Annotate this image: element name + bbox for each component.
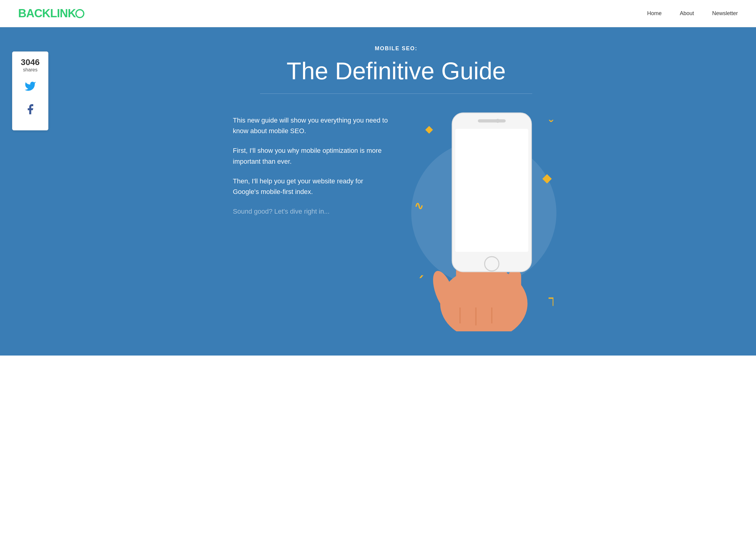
header: BACKLINK Home About Newsletter bbox=[0, 0, 756, 27]
share-count: 3046 bbox=[15, 58, 45, 67]
deco-curl-topright: ˇ bbox=[549, 118, 553, 132]
deco-curl-bottomleft: ˊ bbox=[417, 274, 424, 289]
svg-rect-4 bbox=[508, 270, 521, 312]
logo-o-circle bbox=[75, 9, 84, 18]
hero-paragraph-2: First, I'll show you why mobile optimiza… bbox=[233, 145, 390, 166]
facebook-share-button[interactable] bbox=[21, 101, 40, 120]
hero-paragraph-1: This new guide will show you everything … bbox=[233, 115, 390, 136]
hero-section: 3046 shares MOBILE SEO: The Definitive G… bbox=[0, 27, 756, 356]
hero-subtitle: MOBILE SEO: bbox=[233, 45, 559, 52]
phone-illustration-wrapper: ˇ ∿ ˊ bbox=[408, 109, 559, 331]
deco-diamond-topleft bbox=[426, 127, 432, 132]
phone-svg bbox=[420, 109, 547, 331]
nav-about[interactable]: About bbox=[680, 10, 694, 17]
hero-content: MOBILE SEO: The Definitive Guide This ne… bbox=[197, 45, 559, 331]
logo[interactable]: BACKLINK bbox=[18, 7, 84, 20]
share-sidebar: 3046 shares bbox=[12, 51, 48, 130]
share-label: shares bbox=[15, 67, 45, 73]
twitter-icon bbox=[24, 80, 36, 95]
deco-bracket-bottomright bbox=[543, 298, 553, 307]
logo-text: BACKLINK bbox=[18, 7, 84, 20]
svg-rect-10 bbox=[455, 129, 529, 252]
deco-wave-midleft: ∿ bbox=[414, 200, 423, 212]
hero-paragraph-4: Sound good? Let's dive right in... bbox=[233, 206, 390, 217]
deco-diamond-midright bbox=[544, 175, 550, 182]
svg-rect-11 bbox=[478, 119, 506, 122]
logo-backlink-text: BACKLINK bbox=[18, 7, 76, 20]
hero-paragraph-3: Then, I'll help you get your website rea… bbox=[233, 176, 390, 197]
hero-title: The Definitive Guide bbox=[233, 58, 559, 84]
nav-home[interactable]: Home bbox=[647, 10, 662, 17]
svg-point-13 bbox=[496, 119, 500, 123]
hero-divider bbox=[260, 93, 532, 94]
hero-text-block: This new guide will show you everything … bbox=[233, 109, 390, 226]
nav-newsletter[interactable]: Newsletter bbox=[712, 10, 738, 17]
twitter-share-button[interactable] bbox=[21, 78, 40, 97]
facebook-icon bbox=[24, 103, 36, 118]
main-nav: Home About Newsletter bbox=[647, 10, 738, 17]
hero-body: This new guide will show you everything … bbox=[233, 109, 559, 331]
